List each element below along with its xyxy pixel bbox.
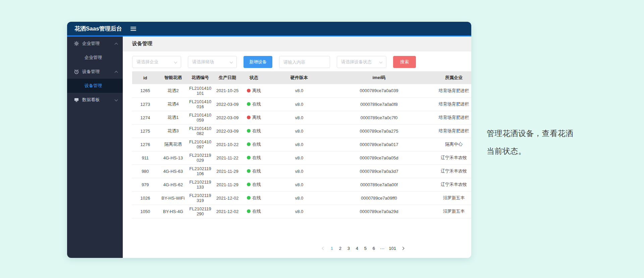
cell-status: 在线 — [242, 191, 266, 205]
cell-id: 979 — [132, 178, 158, 191]
page-title: 设备管理 — [123, 37, 471, 51]
caption-line-2: 当前状态。 — [487, 142, 574, 160]
cell-id: 1275 — [132, 124, 158, 138]
cell-status: 离线 — [242, 84, 266, 97]
cell-status: 在线 — [242, 205, 266, 218]
table-row[interactable]: 911 4G-HS-13 FL2102119029 2021-11-22 在线 … — [132, 151, 471, 164]
cell-company: 汨罗新五丰 — [425, 191, 471, 205]
next-page-button[interactable] — [399, 245, 406, 252]
collapse-menu-icon[interactable] — [130, 27, 136, 31]
status-dot — [247, 102, 251, 106]
page-number[interactable]: 6 — [371, 245, 377, 252]
page-number[interactable]: 5 — [362, 245, 368, 252]
table-row[interactable]: 1274 花洒1 FL2101410059 2022-03-09 离线 v8.0… — [132, 111, 471, 124]
cell-date: 2021-10-25 — [213, 84, 242, 97]
table-row[interactable]: 1276 隔离花洒 FL2101410097 2021-10-22 在线 v8.… — [132, 138, 471, 151]
cell-version: v8.0 — [266, 138, 333, 151]
search-button[interactable]: 搜索 — [393, 56, 416, 68]
cell-version: v8.0 — [266, 191, 333, 205]
cell-imei: 0000789ce7a0c7f0 — [333, 111, 425, 124]
company-select[interactable]: 请选择企业 — [132, 56, 181, 68]
company-select-placeholder: 请选择企业 — [137, 59, 158, 65]
device-status-select[interactable]: 请选择设备状态 — [337, 56, 386, 68]
cell-company: 隔离中心 — [425, 138, 471, 151]
sidebar-group-enterprise[interactable]: 企业管理 — [67, 37, 123, 51]
chevron-down-icon — [174, 60, 177, 63]
status-dot — [247, 89, 251, 92]
col-device-name: 智能花洒 — [158, 71, 188, 84]
cell-id: 1273 — [132, 97, 158, 111]
chevron-left-icon — [322, 247, 325, 250]
device-status-placeholder: 请选择设备状态 — [341, 59, 372, 65]
cell-company: 培育场育肥进栏 — [425, 124, 471, 138]
cell-company: 培育场育肥进栏 — [425, 111, 471, 124]
cell-company: 汨罗新五丰 — [425, 205, 471, 218]
col-date: 生产日期 — [213, 71, 242, 84]
cell-device-name: 4G-HS-13 — [158, 151, 188, 164]
cell-id: 1274 — [132, 111, 158, 124]
page-number[interactable]: 1 — [329, 245, 335, 252]
cell-date: 2022-03-09 — [213, 97, 242, 111]
cell-imei: 0000789ce7a0a0f8 — [333, 97, 425, 111]
table-row[interactable]: 980 4G-HS-63 FL2102119106 2021-11-29 在线 … — [132, 164, 471, 178]
cell-device-name: BY-HS-WiFi — [158, 191, 188, 205]
sidebar-group-device[interactable]: 设备管理 — [67, 65, 123, 79]
table-header-row: id 智能花洒 花洒编号 生产日期 状态 硬件版本 imei码 所属企业 — [132, 71, 471, 84]
cell-version: v8.0 — [266, 84, 333, 97]
col-imei: imei码 — [333, 71, 425, 84]
prev-page-button[interactable] — [320, 245, 326, 252]
cell-date: 2021-12-02 — [213, 205, 242, 218]
sidebar-item-enterprise-manage[interactable]: 企业管理 — [67, 51, 123, 65]
table-row[interactable]: 1050 BY-HS-4G FL2102119290 2021-12-02 在线… — [132, 205, 471, 218]
table-row[interactable]: 1265 花洒2 FL2101410101 2021-10-25 离线 v8.0… — [132, 84, 471, 97]
cell-id: 1276 — [132, 138, 158, 151]
cell-date: 2021-12-02 — [213, 191, 242, 205]
page-number[interactable]: 101 — [388, 245, 397, 252]
status-dot — [247, 209, 251, 213]
cell-date: 2021-11-29 — [213, 178, 242, 191]
more-pages-button[interactable]: ··· — [379, 245, 385, 252]
cell-device-name: BY-HS-4G — [158, 205, 188, 218]
content-input[interactable] — [279, 56, 330, 68]
chevron-down-icon — [230, 60, 233, 63]
cell-imei: 0000789ce7a0a3d7 — [333, 164, 425, 178]
cell-code: FL2102119133 — [188, 178, 213, 191]
cell-device-name: 4G-HS-62 — [158, 178, 188, 191]
table-row[interactable]: 979 4G-HS-62 FL2102119133 2021-11-29 在线 … — [132, 178, 471, 191]
cell-date: 2022-03-09 — [213, 111, 242, 124]
farm-select[interactable]: 请选择猪场 — [188, 56, 237, 68]
cell-imei: 0000789ce7a0a00f — [333, 178, 425, 191]
col-version: 硬件版本 — [266, 71, 333, 84]
sidebar-item-device-manage[interactable]: 设备管理 — [67, 79, 123, 93]
device-table: id 智能花洒 花洒编号 生产日期 状态 硬件版本 imei码 所属企业 — [132, 71, 471, 218]
cell-device-name: 隔离花洒 — [158, 138, 188, 151]
cell-imei: 0000789ce7a0a275 — [333, 124, 425, 138]
cell-status: 在线 — [242, 124, 266, 138]
alarm-clock-icon — [74, 69, 79, 74]
cell-id: 1026 — [132, 191, 158, 205]
sidebar-group-dashboard[interactable]: 数据看板 — [67, 93, 123, 107]
cell-device-name: 花洒4 — [158, 97, 188, 111]
table-row[interactable]: 1273 花洒4 FL2101410016 2022-03-09 在线 v8.0… — [132, 97, 471, 111]
cell-company: 培育场育肥进栏 — [425, 84, 471, 97]
status-dot — [247, 142, 251, 146]
sidebar-item-label: 设备管理 — [85, 83, 102, 89]
page-number[interactable]: 3 — [345, 245, 352, 252]
cell-version: v8.0 — [266, 164, 333, 178]
add-device-button[interactable]: 新增设备 — [244, 56, 272, 68]
page-number[interactable]: 4 — [354, 245, 360, 252]
cell-id: 1050 — [132, 205, 158, 218]
table-row[interactable]: 1275 花洒3 FL2101410082 2022-03-09 在线 v8.0… — [132, 124, 471, 138]
cell-imei: 0000789ce7a09ff0 — [333, 191, 425, 205]
page-number[interactable]: 2 — [337, 245, 343, 252]
sidebar-item-label: 企业管理 — [85, 55, 102, 61]
cell-imei: 0000789ce7a0a05d — [333, 151, 425, 164]
table-row[interactable]: 1026 BY-HS-WiFi FL2102119319 2021-12-02 … — [132, 191, 471, 205]
cell-code: FL2101410101 — [188, 84, 213, 97]
chevron-down-icon — [115, 98, 118, 101]
cell-device-name: 4G-HS-63 — [158, 164, 188, 178]
cell-imei: 0000789ce7a0a29d — [333, 205, 425, 218]
chevron-up-icon — [115, 71, 118, 74]
chevron-up-icon — [115, 43, 118, 46]
cell-device-name: 花洒3 — [158, 124, 188, 138]
